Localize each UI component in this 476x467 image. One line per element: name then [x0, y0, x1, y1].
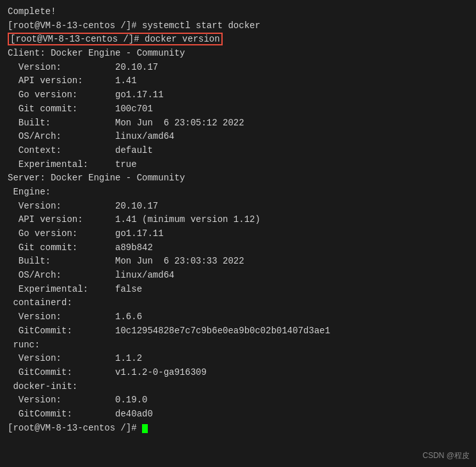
watermark: CSDN @程皮 [422, 450, 470, 462]
terminal-line: GitCommit: de40ad0 [8, 408, 468, 422]
terminal-line: Built: Mon Jun 6 23:05:12 2022 [8, 116, 468, 131]
terminal-line: GitCommit: 10c12954828e7c7c9b6e0ea9b0c02… [8, 324, 468, 338]
terminal-window: Complete![root@VM-8-13-centos /]# system… [0, 0, 476, 467]
terminal-line: Experimental: false [8, 283, 468, 297]
terminal-line: Git commit: a89b842 [8, 241, 468, 255]
terminal-line: Built: Mon Jun 6 23:03:33 2022 [8, 255, 468, 269]
terminal-output: Complete![root@VM-8-13-centos /]# system… [8, 5, 468, 435]
terminal-line: [root@VM-8-13-centos /]# systemctl start… [8, 19, 468, 33]
terminal-line: Version: 1.1.2 [8, 352, 468, 366]
terminal-line: Git commit: 100c701 [8, 102, 468, 116]
terminal-line: Version: 20.10.17 [8, 200, 468, 214]
terminal-line: Client: Docker Engine - Community [8, 47, 468, 61]
terminal-line: [root@VM-8-13-centos /]# [8, 422, 468, 436]
terminal-cursor [142, 424, 148, 433]
terminal-line: Engine: [8, 186, 468, 200]
terminal-line: Go version: go1.17.11 [8, 227, 468, 241]
terminal-line: Version: 1.6.6 [8, 310, 468, 324]
terminal-line: Version: 0.19.0 [8, 393, 468, 408]
terminal-line: Go version: go1.17.11 [8, 88, 468, 102]
terminal-line: [root@VM-8-13-centos /]# docker version [8, 33, 468, 47]
terminal-line: docker-init: [8, 380, 468, 394]
terminal-line: runc: [8, 338, 468, 352]
terminal-line: GitCommit: v1.1.2-0-ga916309 [8, 366, 468, 380]
terminal-line: Version: 20.10.17 [8, 61, 468, 75]
terminal-line: Server: Docker Engine - Community [8, 171, 468, 186]
terminal-line: containerd: [8, 296, 468, 310]
terminal-line: Context: default [8, 144, 468, 158]
terminal-line: OS/Arch: linux/amd64 [8, 130, 468, 144]
terminal-line: Experimental: true [8, 158, 468, 172]
terminal-line: API version: 1.41 (minimum version 1.12) [8, 213, 468, 227]
terminal-line: OS/Arch: linux/amd64 [8, 269, 468, 283]
terminal-line: Complete! [8, 5, 468, 19]
terminal-line: API version: 1.41 [8, 74, 468, 88]
